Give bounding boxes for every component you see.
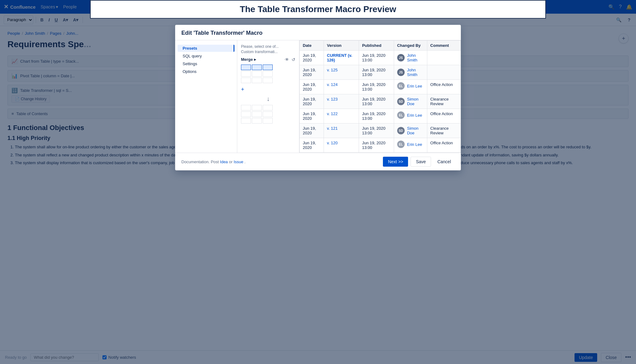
cell-date: Jun 19, 2020 [300,80,324,94]
modal-header: Edit 'Table Transformer' Macro [175,25,461,40]
version-link[interactable]: v. 122 [327,111,338,116]
preview-cell [263,111,273,117]
settings-tab[interactable]: Settings [178,60,234,67]
cell-published: Jun 19, 2020 13:00 [359,138,394,153]
refresh-icon[interactable]: ↺ [292,57,295,62]
col-changed-by: Changed By [394,41,427,51]
table-preview-top [241,65,295,83]
cell-published: Jun 19, 2020 13:00 [359,80,394,94]
eye-icon[interactable]: 👁 [285,57,289,62]
version-link[interactable]: v. 124 [327,82,338,87]
user-link[interactable]: Simon Doe [407,126,424,135]
settings-label: Settings [183,61,197,66]
user-link[interactable]: Simon Doe [407,97,424,106]
idea-link[interactable]: Idea [220,160,228,164]
next-button[interactable]: Next >> [383,157,408,167]
cell-date: Jun 19, 2020 [300,109,324,124]
sql-query-tab[interactable]: SQL query [178,52,234,60]
cell-version: CURRENT (v. 126) [324,51,359,65]
cell-published: Jun 19, 2020 13:00 [359,109,394,124]
modal-left-panel: Presets SQL query Settings Options [175,40,237,153]
avatar: JS [397,69,405,76]
table-row: Jun 19, 2020 v. 120 Jun 19, 2020 13:00 E… [300,138,461,153]
user-link[interactable]: Erin Lee [407,142,422,147]
cell-changed-by: EL Erin Lee [394,109,427,124]
merge-title: Merge ▸ [241,57,256,62]
page-header-overlay: The Table Transformer Macro Preview [90,0,546,19]
sql-query-label: SQL query [183,54,202,58]
page-header-title: The Table Transformer Macro Preview [240,4,396,14]
modal-body: Presets SQL query Settings Options Pleas… [175,40,461,153]
user-link[interactable]: Erin Lee [407,84,422,88]
modal-middle-panel: Please, select one of...Custom transform… [237,40,299,153]
table-row: Jun 19, 2020 v. 125 Jun 19, 2020 13:00 J… [300,65,461,80]
cell-version: v. 124 [324,80,359,94]
cell-version: v. 122 [324,109,359,124]
col-published: Published [359,41,394,51]
period: . [244,160,246,164]
cell-version: v. 120 [324,138,359,153]
preview-cell [263,65,273,70]
preview-cell [241,65,251,70]
col-date: Date [300,41,324,51]
cell-date: Jun 19, 2020 [300,138,324,153]
preview-cell [241,111,251,117]
cell-version: v. 125 [324,65,359,80]
modal-footer: Documentation. Post Idea or Issue . Next… [175,153,461,170]
user-link[interactable]: Erin Lee [407,113,422,118]
user-link[interactable]: John Smith [407,53,424,62]
plus-icon: + [241,86,244,93]
cell-comment: Office Action [427,80,461,94]
avatar: EL [397,141,405,148]
save-button[interactable]: Save [411,157,431,167]
table-row: Jun 19, 2020 v. 122 Jun 19, 2020 13:00 E… [300,109,461,124]
version-link[interactable]: CURRENT (v. 126) [327,53,352,62]
preview-cell [252,71,262,77]
avatar: EL [397,82,405,90]
cell-date: Jun 19, 2020 [300,65,324,80]
cell-comment: Office Action [427,109,461,124]
preview-row [241,118,295,124]
preview-cell [252,118,262,124]
cell-changed-by: JS John Smith [394,65,427,80]
edit-macro-modal: Edit 'Table Transformer' Macro Presets S… [175,25,461,170]
version-link[interactable]: v. 123 [327,97,338,101]
cell-version: v. 123 [324,94,359,109]
col-version: Version [324,41,359,51]
preset-tab[interactable]: Presets [178,45,234,52]
version-link[interactable]: v. 120 [327,141,338,145]
col-comment: Comment [427,41,461,51]
cell-comment: Office Action [427,138,461,153]
cell-published: Jun 19, 2020 13:00 [359,124,394,138]
cell-changed-by: EL Erin Lee [394,80,427,94]
avatar: SD [397,98,405,105]
cell-date: Jun 19, 2020 [300,94,324,109]
cell-published: Jun 19, 2020 13:00 [359,94,394,109]
add-transform-button[interactable]: + [241,86,295,93]
cancel-button[interactable]: Cancel [434,157,455,167]
cell-comment: Clearance Review [427,94,461,109]
footer-links: Documentation. Post Idea or Issue . [181,160,383,164]
preview-cell [252,111,262,117]
preview-row [241,111,295,117]
table-row: Jun 19, 2020 CURRENT (v. 126) Jun 19, 20… [300,51,461,65]
version-history-table: Date Version Published Changed By Commen… [299,40,461,153]
user-link[interactable]: John Smith [407,68,424,77]
cell-changed-by: JS John Smith [394,51,427,65]
preview-cell [241,71,251,77]
cell-comment: Clearance Review [427,124,461,138]
options-label: Options [183,69,197,74]
presets-label: Presets [183,46,197,51]
preview-cell [263,78,273,83]
version-link[interactable]: v. 125 [327,68,338,72]
cell-published: Jun 19, 2020 13:00 [359,65,394,80]
options-tab[interactable]: Options [178,68,234,75]
cell-comment [427,51,461,65]
table-row: Jun 19, 2020 v. 124 Jun 19, 2020 13:00 E… [300,80,461,94]
issue-link[interactable]: Issue [234,160,243,164]
preview-cell [252,105,262,110]
middle-panel-header: Merge ▸ 👁 ↺ [241,57,295,62]
preview-cell [263,118,273,124]
modal-overlay: Edit 'Table Transformer' Macro Presets S… [0,0,636,364]
version-link[interactable]: v. 121 [327,126,338,131]
